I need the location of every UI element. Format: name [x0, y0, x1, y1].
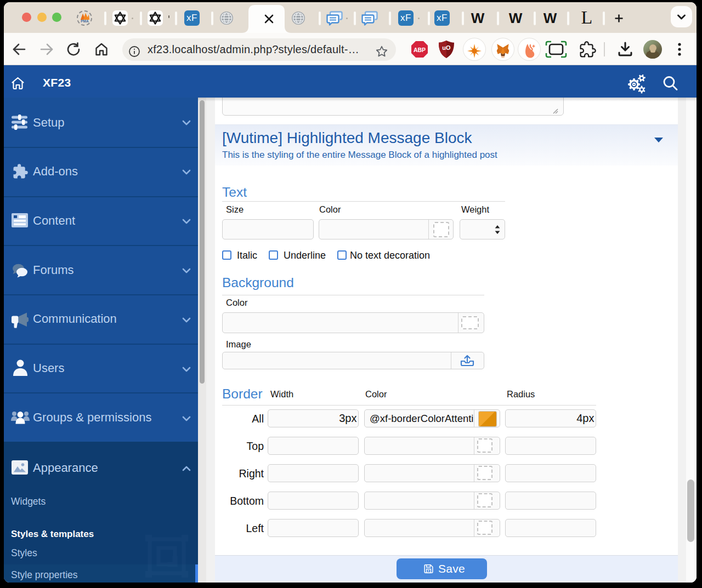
svg-text:PMA: PMA: [81, 19, 89, 23]
svg-text:ABP: ABP: [414, 47, 426, 53]
svg-text:uO: uO: [442, 44, 451, 51]
